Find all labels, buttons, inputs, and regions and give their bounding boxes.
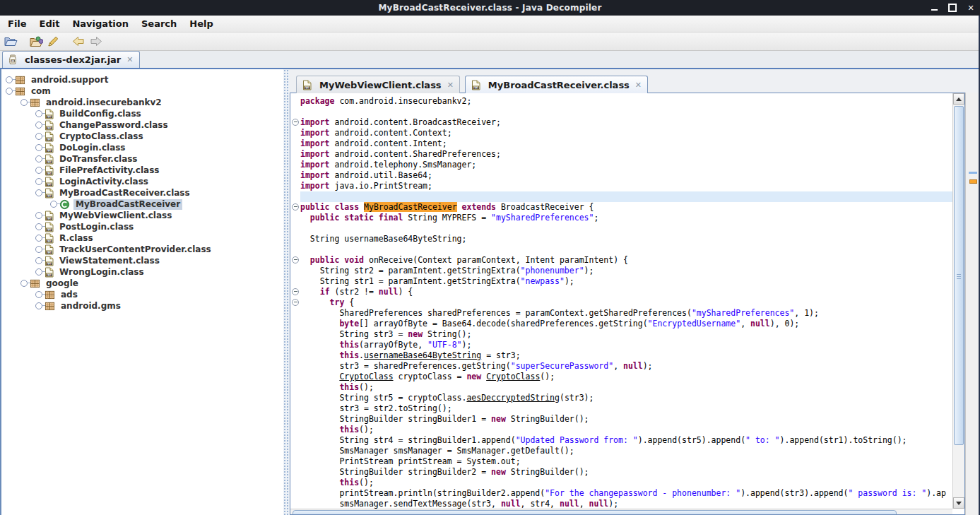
code-line[interactable] <box>300 244 952 255</box>
tree-item-trackusercontentprovider-class[interactable]: 010TrackUserContentProvider.class <box>1 244 283 255</box>
menu-navigation[interactable]: Navigation <box>66 16 135 32</box>
expand-handle-icon[interactable] <box>35 167 42 174</box>
code-line[interactable]: PrintStream printStream = System.out; <box>300 456 952 467</box>
code-line[interactable]: str3 = sharedPreferences.getString("supe… <box>300 361 952 372</box>
tab-classes-dex2jar-jar[interactable]: 010 classes-dex2jar.jar ✕ <box>2 51 140 68</box>
code-line[interactable]: import android.content.BroadcastReceiver… <box>300 117 952 128</box>
code-line[interactable]: package com.android.insecurebankv2; <box>300 96 952 107</box>
code-line[interactable]: import java.io.PrintStream; <box>300 181 952 191</box>
code-line[interactable]: try { <box>300 297 952 308</box>
splitter-handle[interactable] <box>283 69 289 515</box>
expand-handle-icon[interactable] <box>35 291 42 298</box>
expand-handle-icon[interactable] <box>6 76 13 83</box>
back-button[interactable] <box>70 34 87 49</box>
code-editor[interactable]: package com.android.insecurebankv2;impor… <box>290 93 965 515</box>
expand-handle-icon[interactable] <box>35 155 42 162</box>
minimize-button[interactable] <box>929 3 939 13</box>
tree-item-google[interactable]: google <box>1 278 283 289</box>
fold-marker-icon[interactable] <box>292 299 299 306</box>
code-line[interactable]: String str2 = paramIntent.getStringExtra… <box>300 266 952 276</box>
code-line[interactable]: StringBuilder stringBuilder2 = new Strin… <box>300 467 952 478</box>
menu-edit[interactable]: Edit <box>33 16 66 32</box>
tree-item-postlogin-class[interactable]: 010PostLogin.class <box>1 221 283 232</box>
horizontal-scrollbar[interactable] <box>290 509 952 514</box>
scroll-up-button[interactable] <box>953 93 964 105</box>
code-line[interactable] <box>300 223 952 234</box>
collapse-handle-icon[interactable] <box>35 189 42 196</box>
open-file-button[interactable] <box>2 34 19 49</box>
code-line[interactable]: String str1 = paramIntent.getStringExtra… <box>300 276 952 287</box>
fold-marker-icon[interactable] <box>292 256 299 264</box>
tree-item-android-insecurebankv2[interactable]: android.insecurebankv2 <box>1 97 283 108</box>
fold-marker-icon[interactable] <box>292 288 299 295</box>
collapse-handle-icon[interactable] <box>6 88 13 95</box>
code-line[interactable] <box>300 107 952 117</box>
code-line[interactable]: CryptoClass cryptoClass = new CryptoClas… <box>300 372 952 382</box>
expand-handle-icon[interactable] <box>35 178 42 185</box>
close-icon[interactable]: ✕ <box>125 55 133 64</box>
tree-item-fileprefactivity-class[interactable]: 010FilePrefActivity.class <box>1 165 283 176</box>
menu-help[interactable]: Help <box>183 16 219 32</box>
tree-item-mybroadcastreceiver-class[interactable]: 010MyBroadCastReceiver.class <box>1 187 283 199</box>
close-icon[interactable]: ✕ <box>634 81 642 90</box>
code-line[interactable]: import android.telephony.SmsManager; <box>300 160 952 170</box>
expand-handle-icon[interactable] <box>35 212 42 219</box>
expand-handle-icon[interactable] <box>35 246 42 253</box>
tab-mybroadcastreceiver-class[interactable]: 010MyBroadCastReceiver.class✕ <box>465 76 648 93</box>
code-line[interactable]: public static final String MYPREFS = "my… <box>300 213 952 223</box>
code-line[interactable]: this(arrayOfByte, "UTF-8"); <box>300 340 952 350</box>
code-line[interactable]: this.usernameBase64ByteString = str3; <box>300 350 952 361</box>
code-line[interactable]: String str3 = new String(); <box>300 329 952 340</box>
code-line[interactable]: str3 = str2.toString(); <box>300 403 952 414</box>
code-line[interactable]: smsManager.sendTextMessage(str3, null, s… <box>300 499 952 509</box>
tree-item-buildconfig-class[interactable]: 010BuildConfig.class <box>1 108 283 119</box>
tab-mywebviewclient-class[interactable]: 010MyWebViewClient.class✕ <box>296 76 460 93</box>
expand-handle-icon[interactable] <box>50 201 57 208</box>
tree-item-dologin-class[interactable]: 010DoLogin.class <box>1 142 283 153</box>
code-line[interactable]: byte[] arrayOfByte = Base64.decode(share… <box>300 319 952 329</box>
open-type-button[interactable] <box>28 34 45 49</box>
code-line[interactable]: import android.util.Base64; <box>300 170 952 181</box>
tree-item-r-class[interactable]: 010R.class <box>1 232 283 244</box>
tree-item-wronglogin-class[interactable]: 010WrongLogin.class <box>1 266 283 278</box>
code-line[interactable]: printStream.println(stringBuilder2.appen… <box>300 488 952 499</box>
menu-file[interactable]: File <box>1 16 33 32</box>
code-line[interactable]: SmsManager smsManager = SmsManager.getDe… <box>300 446 952 456</box>
expand-handle-icon[interactable] <box>35 235 42 242</box>
tree-item-cryptoclass-class[interactable]: 010CryptoClass.class <box>1 131 283 142</box>
code-line[interactable]: StringBuilder stringBuilder1 = new Strin… <box>300 414 952 425</box>
collapse-handle-icon[interactable] <box>20 99 28 106</box>
expand-handle-icon[interactable] <box>35 144 42 151</box>
tree-item-android-gms[interactable]: android.gms <box>1 300 283 312</box>
scroll-down-button[interactable] <box>953 497 964 509</box>
expand-handle-icon[interactable] <box>35 268 42 276</box>
tree-item-ads[interactable]: ads <box>1 289 283 300</box>
code-line[interactable]: SharedPreferences sharedPreferences = pa… <box>300 308 952 319</box>
tree-item-loginactivity-class[interactable]: 010LoginActivity.class <box>1 176 283 187</box>
menu-search[interactable]: Search <box>135 16 183 32</box>
fold-marker-icon[interactable] <box>292 203 299 211</box>
tree-item-changepassword-class[interactable]: 010ChangePassword.class <box>1 119 283 131</box>
code-line[interactable]: this(); <box>300 478 952 488</box>
collapse-handle-icon[interactable] <box>20 280 28 287</box>
code-line[interactable]: this(); <box>300 425 952 435</box>
code-line[interactable]: String str5 = cryptoClass.aesDeccryptedS… <box>300 393 952 403</box>
code-line[interactable]: import android.content.SharedPreferences… <box>300 149 952 160</box>
ruler-occurrence-marker[interactable] <box>969 179 977 184</box>
tree-item-com[interactable]: com <box>1 85 283 97</box>
expand-handle-icon[interactable] <box>35 223 42 230</box>
code-line[interactable]: if (str2 != null) { <box>300 287 952 297</box>
code-line[interactable]: this(); <box>300 382 952 393</box>
code-line[interactable] <box>300 191 952 202</box>
expand-handle-icon[interactable] <box>35 110 42 117</box>
tree-item-mybroadcastreceiver[interactable]: MyBroadCastReceiver <box>1 199 283 210</box>
overview-ruler[interactable] <box>965 93 980 515</box>
tree-item-mywebviewclient-class[interactable]: 010MyWebViewClient.class <box>1 210 283 221</box>
tree-item-android-support[interactable]: android.support <box>1 74 283 85</box>
code-line[interactable]: String str4 = stringBuilder1.append("Upd… <box>300 435 952 446</box>
maximize-button[interactable] <box>947 3 957 13</box>
code-line[interactable]: import android.content.Intent; <box>300 138 952 149</box>
code-line[interactable]: String usernameBase64ByteString; <box>300 234 952 244</box>
expand-handle-icon[interactable] <box>35 122 42 129</box>
expand-handle-icon[interactable] <box>35 302 42 309</box>
